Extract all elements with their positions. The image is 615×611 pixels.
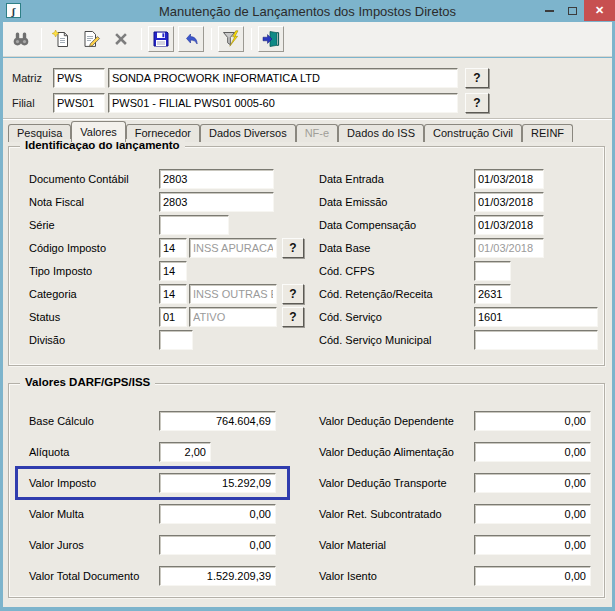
documento-contabil-input[interactable] — [159, 169, 274, 189]
edit-button[interactable] — [78, 26, 104, 52]
valor-multa-input[interactable] — [159, 504, 276, 524]
codigo-imposto-input[interactable] — [159, 238, 187, 258]
valor-juros-input[interactable] — [159, 535, 276, 555]
matriz-label: Matriz — [12, 72, 53, 84]
status-input[interactable] — [159, 307, 187, 327]
tipo-imposto-label: Tipo Imposto — [29, 265, 159, 277]
valor-deducao-dependente-input[interactable] — [474, 411, 591, 431]
divisao-input[interactable] — [159, 330, 193, 350]
toolbar-separator — [141, 28, 142, 50]
tipo-imposto-input[interactable] — [159, 261, 187, 281]
tab-dados-diversos[interactable]: Dados Diversos — [200, 124, 296, 142]
valor-deducao-transporte-input[interactable] — [474, 473, 591, 493]
categoria-input[interactable] — [159, 284, 187, 304]
filial-label: Filial — [12, 97, 53, 109]
values-right-column: Valor Dedução DependenteValor Dedução Al… — [319, 411, 591, 597]
filial-description-input[interactable] — [108, 93, 458, 113]
data-base-input[interactable] — [474, 238, 544, 258]
maximize-icon — [568, 7, 577, 15]
include-button[interactable] — [48, 26, 74, 52]
filial-help-button[interactable]: ? — [465, 93, 489, 113]
valor-multa-label: Valor Multa — [29, 508, 159, 520]
base-calculo-input[interactable] — [159, 411, 276, 431]
codigo-imposto-label: Código Imposto — [29, 242, 159, 254]
cod-retencao-receita-input[interactable] — [474, 284, 511, 304]
codigo-imposto-description-input[interactable] — [189, 238, 277, 258]
filter-button[interactable] — [218, 26, 244, 52]
tab-construcao-civil[interactable]: Construção Civil — [424, 124, 522, 142]
minimize-button[interactable] — [538, 0, 561, 21]
field-row-documento-contabil: Documento Contábil — [29, 169, 304, 189]
identification-right-column: Data EntradaData EmissãoData Compensação… — [319, 169, 598, 353]
categoria-label: Categoria — [29, 288, 159, 300]
exit-icon — [261, 29, 281, 49]
filial-code-input[interactable] — [53, 93, 105, 113]
valor-ret-subcontratado-input[interactable] — [474, 504, 591, 524]
data-entrada-label: Data Entrada — [319, 173, 474, 185]
cod-retencao-receita-label: Cód. Retenção/Receita — [319, 288, 474, 300]
valor-deducao-alimentacao-input[interactable] — [474, 442, 591, 462]
edit-icon — [81, 29, 101, 49]
tab-reinf[interactable]: REINF — [522, 124, 573, 142]
matriz-description-input[interactable] — [108, 68, 458, 88]
save-button[interactable] — [148, 26, 174, 52]
valor-material-input[interactable] — [474, 535, 591, 555]
cod-servico-input[interactable] — [474, 307, 598, 327]
find-button[interactable] — [8, 26, 34, 52]
tab-valores[interactable]: Valores — [71, 121, 125, 142]
valor-imposto-input[interactable] — [159, 473, 276, 493]
window-controls: ✕ — [538, 0, 615, 21]
cod-cfps-input[interactable] — [474, 261, 511, 281]
find-icon — [11, 29, 31, 49]
filial-row: Filial ? — [12, 93, 489, 113]
serie-input[interactable] — [159, 215, 229, 235]
toolbar-separator — [41, 28, 42, 50]
valor-total-documento-input[interactable] — [159, 566, 276, 586]
close-button[interactable]: ✕ — [584, 0, 615, 21]
maximize-button[interactable] — [561, 0, 584, 21]
cod-servico-municipal-input[interactable] — [474, 330, 598, 350]
field-row-base-calculo: Base Cálculo — [29, 411, 276, 431]
valor-isento-input[interactable] — [474, 566, 591, 586]
window: ʃ Manutenção de Lançamentos dos Impostos… — [0, 0, 615, 611]
toolbar-separator — [251, 28, 252, 50]
data-emissao-input[interactable] — [474, 192, 544, 212]
matriz-code-input[interactable] — [53, 68, 105, 88]
field-row-valor-total-documento: Valor Total Documento — [29, 566, 276, 586]
field-row-categoria: Categoria? — [29, 284, 304, 304]
company-header: Matriz ? Filial ? — [3, 58, 612, 119]
toolbar-separator — [211, 28, 212, 50]
tab-nf-e[interactable]: NF-e — [296, 124, 338, 142]
field-row-tipo-imposto: Tipo Imposto — [29, 261, 304, 281]
delete-button[interactable] — [108, 26, 134, 52]
status-help-button[interactable]: ? — [282, 307, 304, 327]
valor-deducao-dependente-label: Valor Dedução Dependente — [319, 415, 474, 427]
include-icon — [51, 29, 71, 49]
field-row-serie: Série — [29, 215, 304, 235]
nota-fiscal-input[interactable] — [159, 192, 274, 212]
data-emissao-label: Data Emissão — [319, 196, 474, 208]
field-row-cod-retencao-receita: Cód. Retenção/Receita — [319, 284, 598, 304]
undo-icon — [181, 29, 201, 49]
data-entrada-input[interactable] — [474, 169, 544, 189]
field-row-valor-multa: Valor Multa — [29, 504, 276, 524]
categoria-help-button[interactable]: ? — [282, 284, 304, 304]
field-row-data-emissao: Data Emissão — [319, 192, 598, 212]
tab-dados-do-iss[interactable]: Dados do ISS — [338, 124, 424, 142]
base-calculo-label: Base Cálculo — [29, 415, 159, 427]
valor-material-label: Valor Material — [319, 539, 474, 551]
aliquota-input[interactable] — [159, 442, 211, 462]
undo-button[interactable] — [178, 26, 204, 52]
matriz-help-button[interactable]: ? — [465, 68, 489, 88]
exit-button[interactable] — [258, 26, 284, 52]
valor-ret-subcontratado-label: Valor Ret. Subcontratado — [319, 508, 474, 520]
field-row-data-base: Data Base — [319, 238, 598, 258]
data-compensacao-input[interactable] — [474, 215, 544, 235]
valor-imposto-label: Valor Imposto — [29, 477, 159, 489]
status-description-input[interactable] — [189, 307, 277, 327]
codigo-imposto-help-button[interactable]: ? — [282, 238, 304, 258]
field-row-divisao: Divisão — [29, 330, 304, 350]
categoria-description-input[interactable] — [189, 284, 277, 304]
toolbar — [3, 22, 612, 57]
cod-servico-label: Cód. Serviço — [319, 311, 474, 323]
